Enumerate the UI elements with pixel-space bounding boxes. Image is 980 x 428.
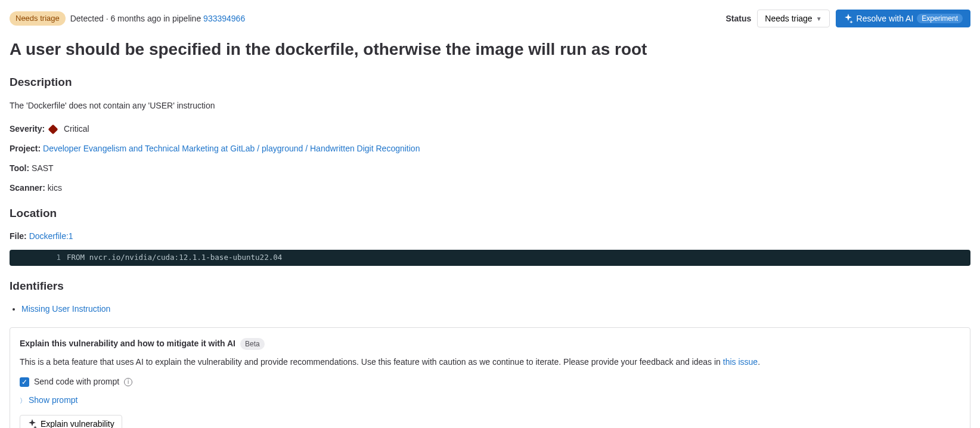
identifier-link[interactable]: Missing User Instruction bbox=[21, 304, 110, 314]
file-label: File: bbox=[10, 231, 27, 241]
status-label: Status bbox=[725, 13, 751, 25]
period: . bbox=[758, 357, 760, 367]
checkbox-label: Send code with prompt bbox=[34, 376, 119, 388]
info-icon[interactable]: i bbox=[124, 378, 132, 386]
ai-header: Explain this vulnerability and how to mi… bbox=[20, 337, 960, 350]
checkbox-row: ✓ Send code with prompt i bbox=[20, 376, 960, 388]
chevron-right-icon: 〉 bbox=[20, 396, 26, 406]
tool-row: Tool: SAST bbox=[10, 162, 970, 175]
header-row: Needs triage Detected · 6 months ago in … bbox=[10, 10, 970, 27]
scanner-row: Scanner: kics bbox=[10, 182, 970, 194]
file-row: File: Dockerfile:1 bbox=[10, 230, 970, 243]
project-row: Project: Developer Evangelism and Techni… bbox=[10, 142, 970, 155]
severity-label: Severity: bbox=[10, 124, 45, 134]
show-prompt-label: Show prompt bbox=[29, 394, 77, 407]
send-code-checkbox[interactable]: ✓ bbox=[20, 377, 29, 387]
tool-label: Tool: bbox=[10, 163, 29, 173]
detected-prefix: Detected · 6 months ago in pipeline bbox=[70, 14, 203, 23]
explain-vulnerability-button[interactable]: Explain vulnerability bbox=[20, 415, 122, 428]
identifier-list: Missing User Instruction bbox=[10, 303, 970, 315]
code-line-number: 1 bbox=[10, 252, 67, 263]
scanner-label: Scanner: bbox=[10, 183, 45, 193]
ai-title: Explain this vulnerability and how to mi… bbox=[20, 337, 235, 350]
code-block: 1 FROM nvcr.io/nvidia/cuda:12.1.1-base-u… bbox=[10, 250, 970, 266]
description-heading: Description bbox=[10, 74, 970, 91]
scanner-value: kics bbox=[48, 183, 62, 193]
resolve-with-ai-button[interactable]: Resolve with AI Experiment bbox=[836, 10, 970, 27]
explain-label: Explain vulnerability bbox=[41, 419, 114, 428]
show-prompt-toggle[interactable]: 〉 Show prompt bbox=[20, 394, 960, 407]
sparkle-icon bbox=[843, 14, 853, 23]
location-heading: Location bbox=[10, 205, 970, 222]
detected-text: Detected · 6 months ago in pipeline 9333… bbox=[70, 13, 245, 25]
project-label: Project: bbox=[10, 144, 41, 153]
ai-description: This is a beta feature that uses AI to e… bbox=[20, 356, 960, 368]
code-line-text: FROM nvcr.io/nvidia/cuda:12.1.1-base-ubu… bbox=[67, 252, 282, 263]
file-link[interactable]: Dockerfile:1 bbox=[29, 231, 73, 241]
header-left: Needs triage Detected · 6 months ago in … bbox=[10, 11, 245, 26]
sparkle-icon bbox=[27, 419, 37, 428]
list-item: Missing User Instruction bbox=[21, 303, 970, 315]
status-value: Needs triage bbox=[765, 14, 812, 23]
resolve-label: Resolve with AI bbox=[857, 14, 914, 23]
severity-value: Critical bbox=[64, 124, 89, 134]
header-right: Status Needs triage ▼ Resolve with AI Ex… bbox=[725, 10, 970, 27]
experiment-badge: Experiment bbox=[917, 14, 963, 23]
description-text: The 'Dockerfile' does not contain any 'U… bbox=[10, 100, 970, 112]
triage-badge: Needs triage bbox=[10, 11, 66, 26]
tool-value: SAST bbox=[32, 163, 54, 173]
identifiers-heading: Identifiers bbox=[10, 278, 970, 295]
pipeline-link[interactable]: 933394966 bbox=[203, 14, 245, 23]
status-dropdown[interactable]: Needs triage ▼ bbox=[757, 10, 829, 27]
severity-critical-icon bbox=[48, 124, 58, 134]
project-link[interactable]: Developer Evangelism and Technical Marke… bbox=[43, 144, 420, 153]
beta-badge: Beta bbox=[240, 338, 265, 350]
issue-link[interactable]: this issue bbox=[723, 357, 758, 367]
ai-panel: Explain this vulnerability and how to mi… bbox=[10, 327, 970, 428]
chevron-down-icon: ▼ bbox=[816, 15, 822, 22]
severity-row: Severity: Critical bbox=[10, 123, 970, 135]
ai-desc-text: This is a beta feature that uses AI to e… bbox=[20, 357, 723, 367]
page-title: A user should be specified in the docker… bbox=[10, 37, 970, 62]
